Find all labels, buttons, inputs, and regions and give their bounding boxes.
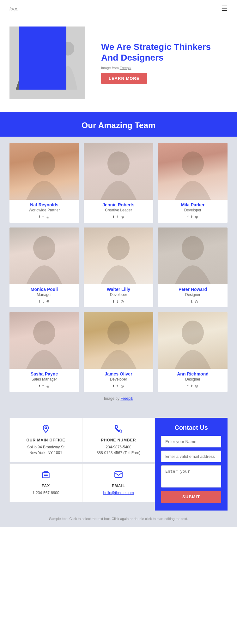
team-member-name-3: Monica Pouli [9,287,79,292]
footer-note: Sample text. Click to select the text bo… [49,517,188,521]
instagram-icon-5[interactable]: ◎ [195,299,198,304]
hamburger-menu[interactable]: ☰ [221,4,228,13]
team-card: Jennie Roberts Creative Leader f 𝕥 ◎ [84,143,153,223]
instagram-icon-2[interactable]: ◎ [195,215,198,219]
twitter-icon-5[interactable]: 𝕥 [191,299,192,304]
instagram-icon-1[interactable]: ◎ [121,215,124,219]
team-member-role-5: Designer [158,292,228,297]
social-icons-3: f 𝕥 ◎ [9,299,79,304]
instagram-icon-6[interactable]: ◎ [46,384,50,388]
fax-box: FAX 1-234-567-8900 [9,464,82,502]
email-title: EMAIL [88,484,149,488]
social-icons-5: f 𝕥 ◎ [158,299,228,304]
team-member-role-7: Developer [84,377,153,381]
twitter-icon-3[interactable]: 𝕥 [42,299,44,304]
svg-point-22 [107,321,130,345]
team-member-role-6: Sales Manager [9,377,79,381]
svg-point-8 [33,151,55,175]
facebook-icon-6[interactable]: f [39,384,40,388]
phone-box: PHONE NUMBER 234-9876-5400888-0123-4567 … [82,418,155,462]
svg-point-20 [33,321,55,345]
team-card: Ann Richmond Designer f 𝕥 ◎ [158,312,228,392]
team-photo-3 [9,227,79,284]
team-member-name-7: James Oliver [84,371,153,376]
fax-number: 1-234-567-8900 [15,490,77,496]
social-icons-8: f 𝕥 ◎ [158,384,228,388]
hero-image-block [9,27,92,99]
team-member-role-8: Designer [158,377,228,381]
svg-point-14 [33,236,55,260]
learn-more-button[interactable]: LEARN MORE [101,73,147,84]
email-link[interactable]: hello@theme.com [103,491,134,495]
name-input[interactable] [161,436,221,447]
facebook-icon-0[interactable]: f [39,215,40,219]
svg-point-10 [107,151,130,175]
instagram-icon-7[interactable]: ◎ [121,384,124,388]
team-photo-7 [84,312,153,369]
facebook-icon-2[interactable]: f [187,215,188,219]
team-member-name-6: Sasha Payne [9,371,79,376]
message-textarea[interactable] [161,465,221,487]
instagram-icon-8[interactable]: ◎ [195,384,198,388]
facebook-icon-7[interactable]: f [113,384,114,388]
twitter-icon-7[interactable]: 𝕥 [117,384,118,388]
team-grid-wrap: Nat Reynolds Worldwide Partner f 𝕥 ◎ Jen… [0,137,237,411]
contact-form: SUBMIT [161,436,221,503]
twitter-icon-2[interactable]: 𝕥 [191,215,192,219]
svg-point-24 [182,321,204,345]
phone-title: PHONE NUMBER [88,438,149,442]
twitter-icon-8[interactable]: 𝕥 [191,384,192,388]
email-input[interactable] [161,451,221,462]
twitter-icon-1[interactable]: 𝕥 [117,215,118,219]
team-member-role-4: Developer [84,292,153,297]
contact-info-col2: PHONE NUMBER 234-9876-5400888-0123-4567 … [82,418,155,511]
facebook-icon-1[interactable]: f [113,215,114,219]
fax-title: FAX [15,484,77,488]
team-photo-1 [84,143,153,200]
freepik-note: Image by Freepik [9,392,228,405]
team-card: Walter Lilly Developer f 𝕥 ◎ [84,227,153,307]
freepik-team-link[interactable]: Freepik [120,396,133,401]
svg-point-12 [182,151,204,175]
twitter-icon-0[interactable]: 𝕥 [42,215,44,219]
team-card: Sasha Payne Sales Manager f 𝕥 ◎ [9,312,79,392]
location-icon [15,424,77,435]
twitter-icon-6[interactable]: 𝕥 [42,384,44,388]
team-member-name-0: Nat Reynolds [9,202,79,207]
instagram-icon-4[interactable]: ◎ [121,299,124,304]
team-member-name-5: Peter Howard [158,287,228,292]
svg-point-18 [182,236,204,260]
team-member-name-4: Walter Lilly [84,287,153,292]
social-icons-4: f 𝕥 ◎ [84,299,153,304]
footer: Sample text. Click to select the text bo… [0,511,237,527]
email-address: hello@theme.com [88,490,149,496]
team-member-name-2: Mila Parker [158,202,228,207]
facebook-icon-4[interactable]: f [113,299,114,304]
social-icons-2: f 𝕥 ◎ [158,215,228,219]
submit-button[interactable]: SUBMIT [161,491,221,503]
team-photo-5 [158,227,228,284]
email-box: EMAIL hello@theme.com [82,464,155,502]
freepik-link[interactable]: Freepik [120,66,131,70]
hero-source: Image from Freepik [101,66,224,70]
social-icons-1: f 𝕥 ◎ [84,215,153,219]
contact-form-col: Contact Us SUBMIT [155,418,228,511]
hero-text: We Are Strategic Thinkers And Designers … [92,42,224,84]
email-icon [88,470,149,481]
office-address: SoHo 94 Broadway StNew York, NY 1001 [15,444,77,456]
contact-info-col1: OUR MAIN OFFICE SoHo 94 Broadway StNew Y… [9,418,82,511]
hero-title: We Are Strategic Thinkers And Designers [101,42,224,63]
team-section: Our Amazing Team Nat Reynolds Worldwide … [0,112,237,411]
twitter-icon-4[interactable]: 𝕥 [117,299,118,304]
social-icons-6: f 𝕥 ◎ [9,384,79,388]
instagram-icon-0[interactable]: ◎ [46,215,50,219]
instagram-icon-3[interactable]: ◎ [46,299,50,304]
facebook-icon-5[interactable]: f [187,299,188,304]
svg-rect-28 [115,472,122,478]
office-box: OUR MAIN OFFICE SoHo 94 Broadway StNew Y… [9,418,82,462]
team-card: James Oliver Developer f 𝕥 ◎ [84,312,153,392]
facebook-icon-8[interactable]: f [187,384,188,388]
social-icons-0: f 𝕥 ◎ [9,215,79,219]
team-section-title: Our Amazing Team [0,121,237,130]
facebook-icon-3[interactable]: f [39,299,40,304]
